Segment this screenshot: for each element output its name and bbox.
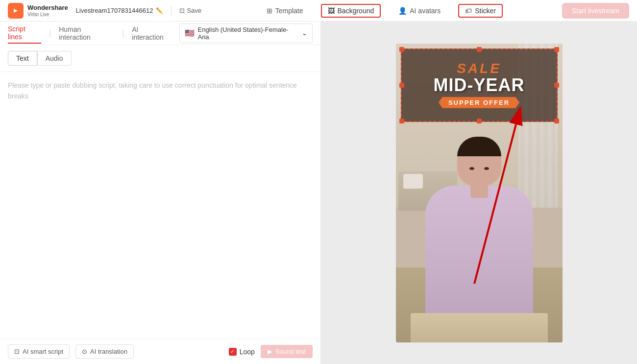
left-panel: Script lines | Human interaction | AI in… <box>0 22 321 364</box>
ai-person <box>411 137 548 342</box>
sound-test-button[interactable]: ▶ Sound test <box>261 345 313 358</box>
resize-handle-bm[interactable] <box>477 119 482 123</box>
loop-label: Loop <box>240 348 255 356</box>
logo-text-area: Wondershare Virbo Live <box>27 4 68 17</box>
logo-area: Wondershare Virbo Live <box>8 3 68 19</box>
product-name: Virbo Live <box>27 12 68 17</box>
text-audio-tabs: Text Audio <box>0 45 320 72</box>
tab-sep-1: | <box>49 29 51 38</box>
template-icon: ⊞ <box>267 7 272 15</box>
ai-avatars-nav-button[interactable]: 👤 AI avatars <box>392 5 446 17</box>
right-eye <box>484 167 489 170</box>
face-detail <box>465 159 494 178</box>
header: Wondershare Virbo Live Livestream1707831… <box>0 0 637 22</box>
sale-ribbon: SUPPER OFFER <box>439 97 519 108</box>
ai-script-icon: ⊡ <box>14 348 20 355</box>
sale-sticker[interactable]: SALE MID-YEAR SUPPER OFFER <box>401 49 558 122</box>
script-input-area[interactable]: Please type or paste dubbing script, tak… <box>0 72 320 339</box>
background-icon: 🖼 <box>328 7 335 15</box>
sticker-icon: 🏷 <box>465 7 472 15</box>
ai-smart-script-button[interactable]: ⊡ AI smart script <box>8 344 70 359</box>
tab-sep-2: | <box>122 29 124 38</box>
resize-handle-bl[interactable] <box>399 119 404 123</box>
preview-canvas[interactable]: SALE MID-YEAR SUPPER OFFER <box>396 44 563 342</box>
audio-tab-button[interactable]: Audio <box>37 51 72 66</box>
resize-handle-br[interactable] <box>554 119 559 123</box>
bottom-toolbar: ⊡ AI smart script ⊙ AI translation ✓ Loo… <box>0 339 320 364</box>
resize-handle-ml[interactable] <box>399 83 404 88</box>
brand-name: Wondershare <box>27 4 68 12</box>
background-nav-button[interactable]: 🖼 Background <box>321 4 381 18</box>
ai-avatar-icon: 👤 <box>398 7 407 15</box>
stream-name: Livestream1707831446612 ✏️ <box>76 7 164 14</box>
save-button[interactable]: ⊡ Save <box>179 7 201 14</box>
sale-text-main: MID-YEAR <box>434 75 525 95</box>
left-eye <box>469 167 474 170</box>
lang-label: English (United States)-Female-Aria <box>197 26 299 41</box>
start-livestream-button[interactable]: Start livestream <box>562 3 629 19</box>
language-selector[interactable]: 🇺🇸 English (United States)-Female-Aria ⌄ <box>179 24 313 43</box>
sale-text-top: SALE <box>457 62 501 75</box>
resize-handle-mr[interactable] <box>554 83 559 88</box>
ai-translation-button[interactable]: ⊙ AI translation <box>75 344 134 359</box>
header-divider <box>171 6 172 16</box>
script-placeholder: Please type or paste dubbing script, tak… <box>8 80 313 102</box>
header-nav: ⊞ Template 🖼 Background 👤 AI avatars 🏷 S… <box>205 4 558 18</box>
resize-handle-tr[interactable] <box>554 47 559 52</box>
right-panel: SALE MID-YEAR SUPPER OFFER <box>321 22 637 364</box>
person-table <box>411 313 548 342</box>
text-tab-button[interactable]: Text <box>8 51 37 66</box>
resize-handle-tl[interactable] <box>399 47 404 52</box>
chevron-down-icon: ⌄ <box>302 29 307 37</box>
sticker-nav-button[interactable]: 🏷 Sticker <box>458 4 503 18</box>
logo-icon <box>8 3 24 19</box>
loop-checkbox[interactable]: ✓ <box>229 348 237 356</box>
loop-area: ✓ Loop <box>229 348 255 356</box>
resize-handle-tm[interactable] <box>477 47 482 52</box>
sound-icon: ▶ <box>268 348 272 355</box>
flag-icon: 🇺🇸 <box>185 28 195 38</box>
edit-icon[interactable]: ✏️ <box>156 7 163 14</box>
tab-human-interaction[interactable]: Human interaction <box>59 24 114 43</box>
person-hair <box>457 137 501 156</box>
script-tabs-nav: Script lines | Human interaction | AI in… <box>0 22 320 45</box>
save-icon: ⊡ <box>179 7 185 14</box>
tab-ai-interaction[interactable]: AI interaction <box>132 24 172 43</box>
main-content: Script lines | Human interaction | AI in… <box>0 22 637 364</box>
ai-translation-icon: ⊙ <box>82 348 87 355</box>
person-head <box>457 137 501 186</box>
template-nav-button[interactable]: ⊞ Template <box>261 5 309 17</box>
tab-script-lines[interactable]: Script lines <box>8 23 41 44</box>
